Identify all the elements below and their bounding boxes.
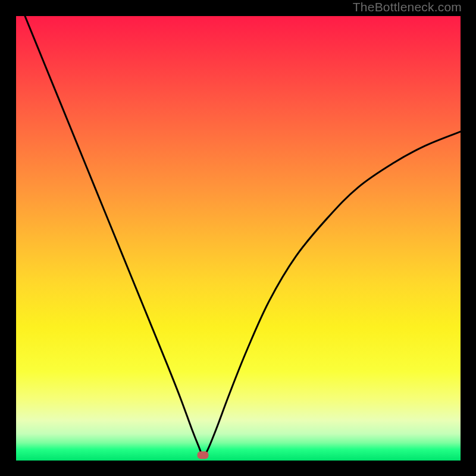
bottleneck-curve	[16, 16, 461, 461]
chart-frame: TheBottleneck.com	[0, 0, 476, 476]
plot-area	[16, 16, 461, 461]
minimum-marker	[197, 452, 208, 459]
watermark-text: TheBottleneck.com	[353, 0, 462, 14]
